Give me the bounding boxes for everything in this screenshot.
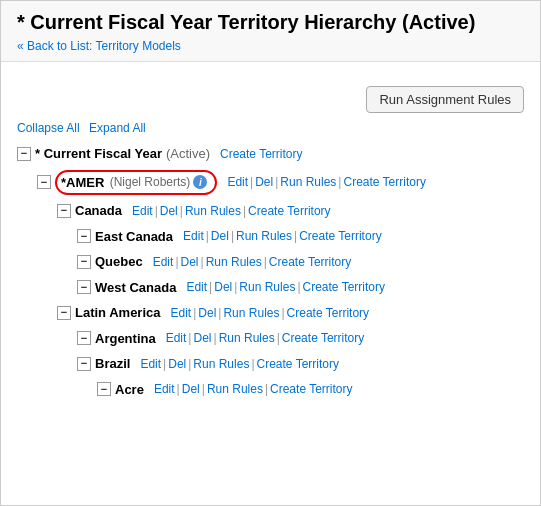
toggle-quebec[interactable]: − bbox=[77, 255, 91, 269]
canada-node-actions: Edit|Del|Run Rules|Create Territory bbox=[132, 202, 331, 220]
west-canada-node-actions: Edit|Del|Run Rules|Create Territory bbox=[186, 278, 385, 296]
acre-edit-link[interactable]: Edit bbox=[154, 382, 175, 396]
tree-row-latin-america: − Latin America Edit|Del|Run Rules|Creat… bbox=[17, 300, 524, 326]
info-icon-amer[interactable]: i bbox=[193, 175, 207, 189]
root-node-status: (Active) bbox=[166, 144, 210, 164]
west-canada-del-link[interactable]: Del bbox=[214, 280, 232, 294]
toggle-acre[interactable]: − bbox=[97, 382, 111, 396]
argentina-run-rules-link[interactable]: Run Rules bbox=[219, 331, 275, 345]
tree-row-west-canada: − West Canada Edit|Del|Run Rules|Create … bbox=[17, 275, 524, 301]
acre-run-rules-link[interactable]: Run Rules bbox=[207, 382, 263, 396]
tree-row-east-canada: − East Canada Edit|Del|Run Rules|Create … bbox=[17, 224, 524, 250]
argentina-node-name: Argentina bbox=[95, 329, 156, 349]
acre-node-name: Acre bbox=[115, 380, 144, 400]
argentina-create-territory-link[interactable]: Create Territory bbox=[282, 331, 364, 345]
amer-del-link[interactable]: Del bbox=[255, 175, 273, 189]
tree-row-root: − * Current Fiscal Year (Active) Create … bbox=[17, 141, 524, 167]
west-canada-edit-link[interactable]: Edit bbox=[186, 280, 207, 294]
tree-row-acre: − Acre Edit|Del|Run Rules|Create Territo… bbox=[17, 377, 524, 403]
root-node-name: * Current Fiscal Year bbox=[35, 144, 162, 164]
page-title: * Current Fiscal Year Territory Hierarch… bbox=[17, 11, 524, 34]
quebec-edit-link[interactable]: Edit bbox=[153, 255, 174, 269]
amer-edit-link[interactable]: Edit bbox=[227, 175, 248, 189]
toggle-canada[interactable]: − bbox=[57, 204, 71, 218]
tree-row-canada: − Canada Edit|Del|Run Rules|Create Terri… bbox=[17, 198, 524, 224]
brazil-del-link[interactable]: Del bbox=[168, 357, 186, 371]
latin-america-edit-link[interactable]: Edit bbox=[171, 306, 192, 320]
tree-row-amer: − *AMER (Nigel Roberts) i Edit|Del|Run R… bbox=[17, 167, 524, 199]
run-assignment-rules-button[interactable]: Run Assignment Rules bbox=[366, 86, 524, 113]
tree-row-argentina: − Argentina Edit|Del|Run Rules|Create Te… bbox=[17, 326, 524, 352]
east-canada-run-rules-link[interactable]: Run Rules bbox=[236, 229, 292, 243]
collapse-expand-bar: Collapse All Expand All bbox=[17, 121, 524, 135]
toggle-east-canada[interactable]: − bbox=[77, 229, 91, 243]
latin-america-del-link[interactable]: Del bbox=[198, 306, 216, 320]
brazil-edit-link[interactable]: Edit bbox=[140, 357, 161, 371]
latin-america-create-territory-link[interactable]: Create Territory bbox=[287, 306, 369, 320]
amer-create-territory-link[interactable]: Create Territory bbox=[343, 175, 425, 189]
amer-node-owner: (Nigel Roberts) bbox=[106, 173, 190, 191]
toggle-west-canada[interactable]: − bbox=[77, 280, 91, 294]
east-canada-create-territory-link[interactable]: Create Territory bbox=[299, 229, 381, 243]
expand-all-link[interactable]: Expand All bbox=[89, 121, 146, 135]
collapse-all-link[interactable]: Collapse All bbox=[17, 121, 80, 135]
canada-node-name: Canada bbox=[75, 201, 122, 221]
territory-tree: − * Current Fiscal Year (Active) Create … bbox=[17, 141, 524, 402]
toggle-argentina[interactable]: − bbox=[77, 331, 91, 345]
acre-del-link[interactable]: Del bbox=[182, 382, 200, 396]
latin-america-run-rules-link[interactable]: Run Rules bbox=[223, 306, 279, 320]
root-create-territory-link[interactable]: Create Territory bbox=[220, 147, 302, 161]
quebec-run-rules-link[interactable]: Run Rules bbox=[206, 255, 262, 269]
latin-america-node-name: Latin America bbox=[75, 303, 161, 323]
acre-node-actions: Edit|Del|Run Rules|Create Territory bbox=[154, 380, 353, 398]
brazil-node-name: Brazil bbox=[95, 354, 130, 374]
west-canada-node-name: West Canada bbox=[95, 278, 176, 298]
amer-run-rules-link[interactable]: Run Rules bbox=[280, 175, 336, 189]
quebec-create-territory-link[interactable]: Create Territory bbox=[269, 255, 351, 269]
east-canada-del-link[interactable]: Del bbox=[211, 229, 229, 243]
amer-node-actions: Edit|Del|Run Rules|Create Territory bbox=[227, 173, 426, 191]
tree-row-brazil: − Brazil Edit|Del|Run Rules|Create Terri… bbox=[17, 351, 524, 377]
east-canada-edit-link[interactable]: Edit bbox=[183, 229, 204, 243]
tree-row-quebec: − Quebec Edit|Del|Run Rules|Create Terri… bbox=[17, 249, 524, 275]
toggle-latin-america[interactable]: − bbox=[57, 306, 71, 320]
canada-create-territory-link[interactable]: Create Territory bbox=[248, 204, 330, 218]
argentina-del-link[interactable]: Del bbox=[193, 331, 211, 345]
latin-america-node-actions: Edit|Del|Run Rules|Create Territory bbox=[171, 304, 370, 322]
brazil-node-actions: Edit|Del|Run Rules|Create Territory bbox=[140, 355, 339, 373]
argentina-node-actions: Edit|Del|Run Rules|Create Territory bbox=[166, 329, 365, 347]
root-node-actions: Create Territory bbox=[220, 145, 302, 163]
quebec-node-name: Quebec bbox=[95, 252, 143, 272]
amer-highlight-box: *AMER (Nigel Roberts) i bbox=[55, 170, 217, 196]
acre-create-territory-link[interactable]: Create Territory bbox=[270, 382, 352, 396]
canada-del-link[interactable]: Del bbox=[160, 204, 178, 218]
west-canada-run-rules-link[interactable]: Run Rules bbox=[239, 280, 295, 294]
canada-run-rules-link[interactable]: Run Rules bbox=[185, 204, 241, 218]
east-canada-node-name: East Canada bbox=[95, 227, 173, 247]
east-canada-node-actions: Edit|Del|Run Rules|Create Territory bbox=[183, 227, 382, 245]
brazil-create-territory-link[interactable]: Create Territory bbox=[257, 357, 339, 371]
west-canada-create-territory-link[interactable]: Create Territory bbox=[303, 280, 385, 294]
toggle-brazil[interactable]: − bbox=[77, 357, 91, 371]
quebec-del-link[interactable]: Del bbox=[181, 255, 199, 269]
quebec-node-actions: Edit|Del|Run Rules|Create Territory bbox=[153, 253, 352, 271]
brazil-run-rules-link[interactable]: Run Rules bbox=[193, 357, 249, 371]
toggle-root[interactable]: − bbox=[17, 147, 31, 161]
argentina-edit-link[interactable]: Edit bbox=[166, 331, 187, 345]
toggle-amer[interactable]: − bbox=[37, 175, 51, 189]
canada-edit-link[interactable]: Edit bbox=[132, 204, 153, 218]
back-to-list-link[interactable]: « Back to List: Territory Models bbox=[17, 39, 181, 53]
amer-node-name: *AMER bbox=[61, 173, 104, 193]
